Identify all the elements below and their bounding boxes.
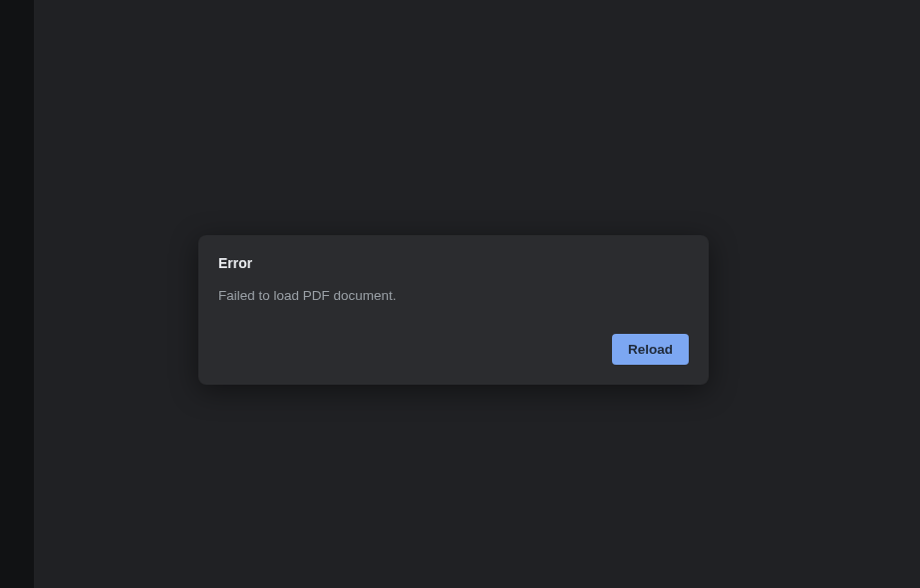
main-content-area: Error Failed to load PDF document. Reloa… bbox=[34, 0, 920, 588]
error-dialog-title: Error bbox=[218, 255, 689, 271]
reload-button[interactable]: Reload bbox=[612, 334, 689, 365]
dialog-button-row: Reload bbox=[218, 334, 689, 365]
error-dialog: Error Failed to load PDF document. Reloa… bbox=[198, 235, 709, 385]
left-sidebar-strip bbox=[0, 0, 34, 588]
error-dialog-message: Failed to load PDF document. bbox=[218, 287, 689, 306]
